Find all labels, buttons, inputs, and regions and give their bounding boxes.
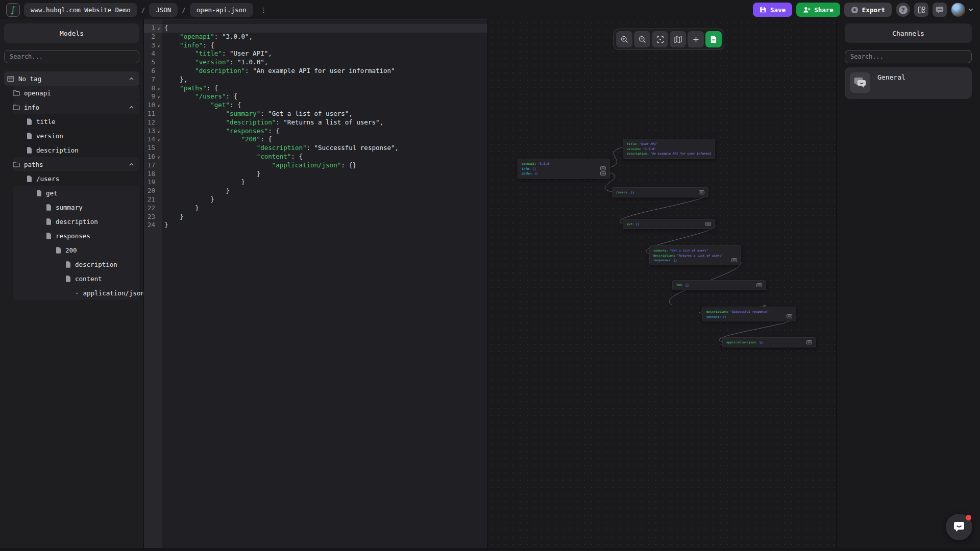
- editor-line[interactable]: 7 },: [144, 76, 487, 84]
- export-button[interactable]: Export: [844, 3, 892, 17]
- tree-item-openapi[interactable]: openapi: [13, 86, 139, 100]
- fold-chevron-icon[interactable]: ∨: [155, 135, 162, 144]
- file-icon: [27, 118, 32, 125]
- tree-item-description[interactable]: description: [13, 214, 139, 229]
- tree-item-application-json[interactable]: ·application/json: [13, 286, 139, 300]
- graph-node-info[interactable]: title:"User API"version:"1.0.0"descripti…: [623, 139, 715, 159]
- editor-line[interactable]: 4 "title": "User API",: [144, 49, 487, 58]
- editor-line[interactable]: 5 "version": "1.0.0",: [144, 58, 487, 67]
- editor-line[interactable]: 6 "description": "An example API for use…: [144, 67, 487, 76]
- fold-chevron-icon[interactable]: ∨: [155, 41, 162, 50]
- tree-item--users[interactable]: /users: [4, 171, 139, 186]
- editor-line[interactable]: 11 "summary": "Get a list of users",: [144, 110, 487, 118]
- expand-node-icon[interactable]: [731, 258, 737, 262]
- expand-node-icon[interactable]: [787, 314, 792, 318]
- tree-item-label: /users: [36, 175, 59, 183]
- tree-item-get[interactable]: get: [13, 186, 139, 200]
- editor-line[interactable]: 1∨{: [144, 24, 487, 33]
- editor-line[interactable]: 9∨ "/users": {: [144, 92, 487, 101]
- tree-item-description[interactable]: description: [4, 143, 139, 157]
- graph-node-root[interactable]: openapi:"3.0.0"info:{}paths:{}: [518, 159, 610, 179]
- notification-dot: [966, 515, 971, 520]
- editor-line[interactable]: 15 "description": "Successful response",: [144, 144, 487, 153]
- channel-item-general[interactable]: General: [845, 67, 972, 99]
- file-view-button[interactable]: [705, 31, 722, 47]
- graph-node-application-json[interactable]: application/json:{}: [722, 337, 816, 347]
- line-number: 20: [144, 187, 155, 195]
- editor-line[interactable]: 8∨ "paths": {: [144, 84, 487, 93]
- editor-line[interactable]: 16∨ "content": {: [144, 153, 487, 161]
- comments-button[interactable]: [933, 3, 947, 17]
- chevron-up-icon[interactable]: [129, 76, 134, 82]
- fold-chevron-icon[interactable]: ∨: [155, 84, 162, 93]
- fold-chevron-icon[interactable]: ∨: [155, 127, 162, 136]
- fold-chevron-icon[interactable]: ∨: [155, 153, 162, 161]
- breadcrumb-item[interactable]: JSON: [149, 3, 178, 17]
- editor-line[interactable]: 10∨ "get": {: [144, 101, 487, 110]
- fold-chevron-icon[interactable]: ∨: [155, 92, 162, 101]
- expand-node-icon[interactable]: [705, 222, 711, 226]
- editor-line[interactable]: 2 "openapi": "3.0.0",: [144, 33, 487, 41]
- help-button[interactable]: ?: [896, 3, 910, 17]
- expand-node-icon[interactable]: [699, 190, 704, 194]
- fold-chevron-icon[interactable]: ∨: [155, 101, 162, 110]
- account-menu[interactable]: [951, 3, 974, 17]
- tree-item-content[interactable]: content: [13, 271, 139, 286]
- graph-canvas[interactable]: openapi:"3.0.0"info:{}paths:{}title:"Use…: [487, 19, 837, 548]
- tree-item-info[interactable]: info: [13, 100, 139, 114]
- tree-item-description[interactable]: description: [13, 257, 139, 271]
- editor-line[interactable]: 24}: [144, 221, 487, 230]
- hubql-logo-icon[interactable]: ∫: [6, 3, 20, 17]
- share-button[interactable]: Share: [796, 3, 840, 17]
- fold-chevron-icon[interactable]: ∨: [155, 24, 162, 33]
- breadcrumb-item[interactable]: www.hubql.com Website Demo: [24, 3, 137, 17]
- tree-item-version[interactable]: version: [4, 129, 139, 143]
- editor-line[interactable]: 19 }: [144, 178, 487, 187]
- zoom-in-button[interactable]: [616, 31, 632, 47]
- editor-line[interactable]: 20 }: [144, 187, 487, 195]
- code-editor[interactable]: 1∨{2 "openapi": "3.0.0",3∨ "info": {4 "t…: [144, 19, 487, 548]
- editor-line[interactable]: 3∨ "info": {: [144, 41, 487, 50]
- editor-line[interactable]: 13∨ "responses": {: [144, 127, 487, 136]
- models-search-input[interactable]: [4, 50, 139, 63]
- editor-line[interactable]: 21 }: [144, 195, 487, 204]
- fit-view-icon: [656, 35, 665, 44]
- chevron-up-icon[interactable]: [129, 162, 134, 167]
- expand-node-icon[interactable]: [600, 166, 606, 170]
- save-button[interactable]: Save: [753, 3, 792, 17]
- tree-item-responses[interactable]: responses: [13, 229, 139, 243]
- channels-search-input[interactable]: [845, 50, 972, 63]
- graph-node-users[interactable]: /users:{}: [612, 187, 708, 197]
- tree-item-paths[interactable]: paths: [13, 157, 139, 171]
- graph-node-200[interactable]: 200:{}: [672, 280, 766, 290]
- breadcrumb-item[interactable]: open-api.json: [190, 3, 253, 17]
- chat-fab-button[interactable]: [946, 514, 972, 540]
- tree-item-summary[interactable]: summary: [13, 200, 139, 214]
- tree-item-no-tag[interactable]: No tag: [4, 71, 139, 86]
- graph-node-get[interactable]: get:{}: [623, 219, 715, 229]
- editor-line[interactable]: 14∨ "200": {: [144, 135, 487, 144]
- expand-node-icon[interactable]: [756, 283, 762, 287]
- fold-chevron-icon: [155, 204, 162, 213]
- chevron-up-icon[interactable]: [129, 105, 134, 110]
- graph-node-get-detail[interactable]: summary:"Get a list of users"description…: [649, 245, 741, 265]
- editor-line[interactable]: 22 }: [144, 204, 487, 213]
- minimap-button[interactable]: [670, 31, 686, 47]
- line-number: 4: [144, 49, 155, 58]
- breadcrumb-menu-icon[interactable]: ⋮: [257, 6, 270, 14]
- tree-item-200[interactable]: 200: [13, 243, 139, 257]
- editor-line[interactable]: 23 }: [144, 213, 487, 221]
- code-text: }: [162, 195, 487, 204]
- editor-line[interactable]: 18 }: [144, 170, 487, 179]
- editor-line[interactable]: 17 "application/json": {}: [144, 161, 487, 170]
- zoom-out-button[interactable]: [634, 31, 650, 47]
- graph-node-200-detail[interactable]: description:"Successful response"content…: [702, 307, 796, 321]
- add-node-button[interactable]: [688, 31, 704, 47]
- expand-node-icon[interactable]: [600, 171, 606, 176]
- tree-item-title[interactable]: title: [4, 114, 139, 129]
- layout-panels-button[interactable]: [914, 3, 928, 17]
- avatar[interactable]: [951, 3, 965, 17]
- expand-node-icon[interactable]: [806, 340, 812, 344]
- fit-view-button[interactable]: [652, 31, 668, 47]
- editor-line[interactable]: 12 "description": "Returns a list of use…: [144, 118, 487, 127]
